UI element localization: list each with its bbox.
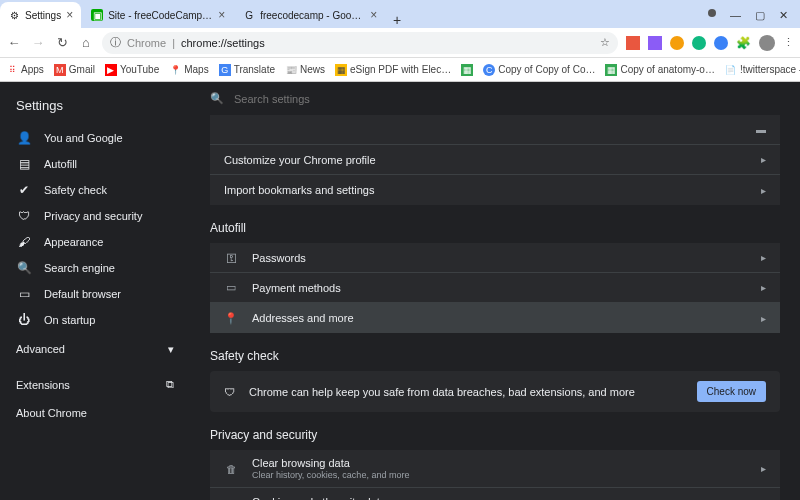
sidebar-extensions-link[interactable]: Extensions⧉ (0, 370, 190, 399)
url-separator: | (172, 37, 175, 49)
section-header-safety: Safety check (190, 333, 800, 371)
key-icon: ⚿ (224, 252, 238, 264)
chevron-right-icon: ▸ (761, 185, 766, 196)
browser-tab-freecodecamp[interactable]: ▣ Site - freeCodeCamp.org × (83, 2, 233, 28)
bookmark-item[interactable]: ▦ (461, 64, 473, 76)
bookmark-item[interactable]: ▦Copy of anatomy-o… (605, 64, 715, 76)
record-icon (708, 9, 716, 17)
chevron-right-icon: ▸ (761, 154, 766, 165)
close-icon[interactable]: × (66, 8, 73, 22)
check-icon: ✔ (16, 183, 32, 197)
site-info-icon[interactable]: ⓘ (110, 35, 121, 50)
row-payment-methods[interactable]: ▭Payment methods▸ (210, 273, 780, 303)
sidebar-advanced-toggle[interactable]: Advanced▾ (0, 333, 190, 362)
row-customize-profile[interactable]: Customize your Chrome profile▸ (210, 145, 780, 175)
safety-text: Chrome can help keep you safe from data … (249, 386, 635, 398)
apps-icon: ⠿ (6, 64, 18, 76)
search-icon: 🔍 (210, 92, 224, 105)
row-import-bookmarks[interactable]: Import bookmarks and settings▸ (210, 175, 780, 205)
window-titlebar: ⚙ Settings × ▣ Site - freeCodeCamp.org ×… (0, 0, 800, 28)
row-passwords[interactable]: ⚿Passwords▸ (210, 243, 780, 273)
sidebar-about-chrome[interactable]: About Chrome (0, 399, 190, 427)
address-bar[interactable]: ⓘ Chrome | chrome://settings ☆ (102, 32, 618, 54)
row-clear-browsing-data[interactable]: 🗑 Clear browsing dataClear history, cook… (210, 450, 780, 488)
profile-avatar[interactable] (759, 35, 775, 51)
shield-icon: 🛡 (224, 386, 235, 398)
person-icon: 👤 (16, 131, 32, 145)
sidebar-item-appearance[interactable]: 🖌Appearance (0, 229, 190, 255)
sidebar-item-autofill[interactable]: ▤Autofill (0, 151, 190, 177)
power-icon: ⏻ (16, 313, 32, 327)
sidebar-item-search-engine[interactable]: 🔍Search engine (0, 255, 190, 281)
chevron-right-icon: ▸ (761, 463, 766, 474)
shield-icon: 🛡 (16, 209, 32, 223)
url-scheme: Chrome (127, 37, 166, 49)
chevron-right-icon: ▬ (756, 124, 766, 135)
menu-icon[interactable]: ⋮ (783, 36, 794, 49)
sidebar-item-on-startup[interactable]: ⏻On startup (0, 307, 190, 333)
close-icon[interactable]: × (218, 8, 225, 22)
close-icon[interactable]: × (370, 8, 377, 22)
section-header-autofill: Autofill (190, 205, 800, 243)
chevron-right-icon: ▸ (761, 282, 766, 293)
row-partial-hidden[interactable]: ▬ (210, 115, 780, 145)
bookmark-item[interactable]: 📄!twitterspace - New… (725, 64, 800, 76)
search-input[interactable] (234, 93, 780, 105)
extension-icon[interactable] (648, 36, 662, 50)
url-text: chrome://settings (181, 37, 265, 49)
tab-label: Site - freeCodeCamp.org (108, 10, 213, 21)
sidebar-item-default-browser[interactable]: ▭Default browser (0, 281, 190, 307)
gear-icon: ⚙ (8, 9, 20, 21)
bookmark-item[interactable]: GTranslate (219, 64, 275, 76)
safety-check-card: 🛡Chrome can help keep you safe from data… (210, 371, 780, 412)
browser-tab-google-search[interactable]: G freecodecamp - Google Search × (235, 2, 385, 28)
forward-button[interactable]: → (30, 35, 46, 50)
extension-icon[interactable] (692, 36, 706, 50)
row-cookies[interactable]: 🍪 Cookies and other site dataCookies are… (210, 488, 780, 500)
chevron-right-icon: ▸ (761, 252, 766, 263)
minimize-button[interactable]: — (730, 9, 741, 22)
extensions-icon[interactable]: 🧩 (736, 36, 751, 50)
tab-label: freecodecamp - Google Search (260, 10, 365, 21)
bookmark-item[interactable]: 📍Maps (169, 64, 208, 76)
close-window-button[interactable]: ✕ (779, 9, 788, 22)
bookmark-item[interactable]: 📰News (285, 64, 325, 76)
search-icon: 🔍 (16, 261, 32, 275)
external-link-icon: ⧉ (166, 378, 174, 391)
section-header-privacy: Privacy and security (190, 412, 800, 450)
autofill-icon: ▤ (16, 157, 32, 171)
tab-label: Settings (25, 10, 61, 21)
apps-shortcut[interactable]: ⠿Apps (6, 64, 44, 76)
home-button[interactable]: ⌂ (78, 35, 94, 50)
sidebar-item-safety-check[interactable]: ✔Safety check (0, 177, 190, 203)
trash-icon: 🗑 (224, 463, 238, 475)
settings-content[interactable]: 🔍 ▬ Customize your Chrome profile▸ Impor… (190, 82, 800, 500)
site-favicon: ▣ (91, 9, 103, 21)
new-tab-button[interactable]: + (387, 12, 407, 28)
browser-tab-settings[interactable]: ⚙ Settings × (0, 2, 81, 28)
check-now-button[interactable]: Check now (697, 381, 766, 402)
star-icon[interactable]: ☆ (600, 36, 610, 49)
sidebar-item-privacy-security[interactable]: 🛡Privacy and security (0, 203, 190, 229)
bookmark-item[interactable]: MGmail (54, 64, 95, 76)
extension-icon[interactable] (714, 36, 728, 50)
extension-icon[interactable] (626, 36, 640, 50)
brush-icon: 🖌 (16, 235, 32, 249)
bookmarks-bar: ⠿Apps MGmail ▶YouTube 📍Maps GTranslate 📰… (0, 58, 800, 82)
settings-search[interactable]: 🔍 (190, 82, 800, 115)
extension-icon[interactable] (670, 36, 684, 50)
bookmark-item[interactable]: CCopy of Copy of Co… (483, 64, 595, 76)
maximize-button[interactable]: ▢ (755, 9, 765, 22)
google-favicon: G (243, 9, 255, 21)
bookmark-item[interactable]: ▦eSign PDF with Elec… (335, 64, 451, 76)
sidebar-item-you-and-google[interactable]: 👤You and Google (0, 125, 190, 151)
location-icon: 📍 (224, 312, 238, 325)
back-button[interactable]: ← (6, 35, 22, 50)
credit-card-icon: ▭ (224, 281, 238, 294)
reload-button[interactable]: ↻ (54, 35, 70, 50)
bookmark-item[interactable]: ▶YouTube (105, 64, 159, 76)
row-addresses[interactable]: 📍Addresses and more▸ (210, 303, 780, 333)
browser-toolbar: ← → ↻ ⌂ ⓘ Chrome | chrome://settings ☆ 🧩… (0, 28, 800, 58)
settings-sidebar: Settings 👤You and Google ▤Autofill ✔Safe… (0, 82, 190, 500)
browser-icon: ▭ (16, 287, 32, 301)
